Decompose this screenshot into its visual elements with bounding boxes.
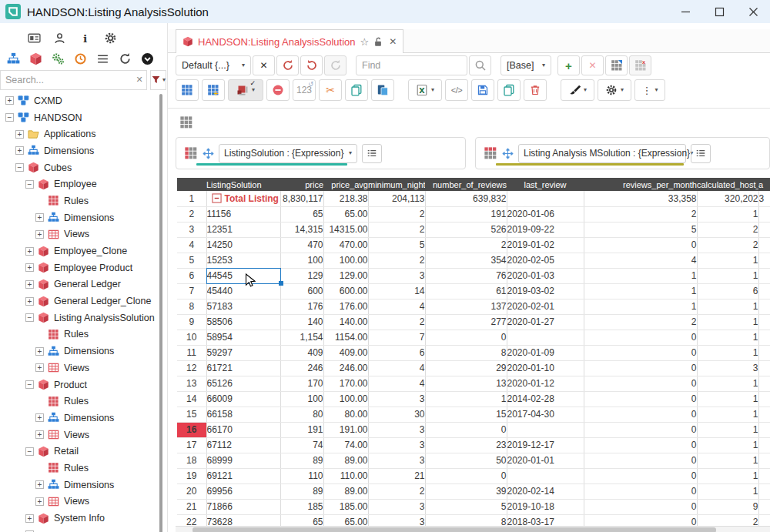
data-cell[interactable]: 65: [280, 514, 323, 526]
data-cell[interactable]: 8,830,117: [280, 191, 323, 206]
member-cell[interactable]: 58954: [206, 330, 280, 345]
data-cell[interactable]: [758, 514, 770, 526]
data-cell[interactable]: [758, 237, 770, 253]
data-cell[interactable]: [758, 222, 770, 237]
rebuild-button[interactable]: +: [202, 79, 225, 101]
data-cell[interactable]: 1: [697, 314, 758, 330]
data-cell[interactable]: 21: [368, 468, 425, 483]
row-number-cell[interactable]: 12: [177, 360, 206, 376]
tree-expander[interactable]: −: [25, 180, 34, 189]
data-cell[interactable]: 65.00: [323, 206, 368, 222]
data-cell[interactable]: 1: [697, 468, 758, 483]
find-button[interactable]: [469, 55, 491, 75]
row-number-cell[interactable]: 13: [177, 376, 206, 391]
tree-item[interactable]: +Dimensions: [0, 410, 158, 427]
data-cell[interactable]: 50: [425, 453, 507, 468]
data-cell[interactable]: 191: [425, 206, 507, 222]
member-cell[interactable]: 61721: [206, 360, 280, 376]
data-cell[interactable]: 1: [697, 407, 758, 422]
data-cell[interactable]: 176.00: [323, 299, 368, 314]
data-cell[interactable]: [758, 314, 770, 330]
row-number-cell[interactable]: 11: [177, 345, 206, 360]
data-cell[interactable]: 0: [425, 422, 507, 437]
clear-view-button[interactable]: ✕: [253, 55, 275, 75]
data-cell[interactable]: 6: [368, 345, 425, 360]
data-cell[interactable]: 129.00: [323, 268, 368, 283]
save-as-button[interactable]: [497, 79, 521, 101]
data-cell[interactable]: 39: [425, 483, 507, 499]
data-cell[interactable]: 2: [697, 514, 758, 526]
member-cell[interactable]: 73628: [206, 514, 280, 526]
recalculate-button[interactable]: [176, 79, 199, 101]
member-cell[interactable]: 69121: [206, 468, 280, 483]
data-cell[interactable]: 89: [280, 453, 323, 468]
data-cell[interactable]: 3: [368, 514, 425, 526]
data-cell[interactable]: 191: [280, 422, 323, 437]
discard-sandbox-button[interactable]: x: [629, 55, 651, 75]
data-cell[interactable]: 76: [425, 268, 507, 283]
data-cell[interactable]: [758, 407, 770, 422]
column-header-price_avg[interactable]: price_avg: [323, 178, 368, 191]
data-cell[interactable]: [758, 299, 770, 314]
data-cell[interactable]: 1: [697, 268, 758, 283]
data-cell[interactable]: 2018-03-17: [507, 514, 584, 526]
data-cell[interactable]: 89.00: [323, 453, 368, 468]
tree-expander[interactable]: +: [35, 213, 44, 222]
row-number-cell[interactable]: 3: [177, 222, 206, 237]
tree-item[interactable]: Rules: [0, 192, 158, 209]
data-cell[interactable]: 4: [368, 376, 425, 391]
data-cell[interactable]: 2019-09-22: [507, 222, 584, 237]
member-cell[interactable]: 59297: [206, 345, 280, 360]
data-cell[interactable]: 1: [425, 391, 507, 407]
tree-item[interactable]: −Listing AnalysisSolution: [0, 309, 158, 326]
info-button[interactable]: i: [77, 30, 92, 45]
tree-item[interactable]: Rules: [0, 326, 158, 343]
tree-item[interactable]: +Dimensions: [0, 142, 158, 159]
data-cell[interactable]: 80.00: [323, 407, 368, 422]
data-cell[interactable]: 2: [425, 237, 507, 253]
data-cell[interactable]: 5: [584, 222, 697, 237]
data-cell[interactable]: 2: [584, 206, 697, 222]
data-cell[interactable]: 140.00: [323, 314, 368, 330]
move-handle-icon[interactable]: [203, 148, 214, 159]
row-number-cell[interactable]: 21: [177, 499, 206, 514]
data-cell[interactable]: 0: [425, 468, 507, 483]
data-cell[interactable]: 218.38: [323, 191, 368, 206]
data-cell[interactable]: 1: [697, 253, 758, 268]
tree-expander[interactable]: +: [25, 297, 34, 306]
tree-item[interactable]: Rules: [0, 393, 158, 410]
data-cell[interactable]: 170.00: [323, 376, 368, 391]
tab-close-icon[interactable]: ✕: [389, 36, 397, 47]
row-number-cell[interactable]: 9: [177, 314, 206, 330]
data-cell[interactable]: 246: [280, 360, 323, 376]
data-cell[interactable]: 409.00: [323, 345, 368, 360]
tree-expander[interactable]: +: [25, 280, 34, 289]
data-cell[interactable]: 14,315: [280, 222, 323, 237]
row-number-cell[interactable]: 18: [177, 453, 206, 468]
tree-expander[interactable]: +: [5, 96, 14, 105]
tree-item[interactable]: −Cubes: [0, 159, 158, 176]
row-number-cell[interactable]: 19: [177, 468, 206, 483]
row-number-cell[interactable]: 17: [177, 437, 206, 453]
data-cell[interactable]: 2020-01-12: [507, 376, 584, 391]
settings-button[interactable]: ▾: [598, 79, 631, 101]
data-cell[interactable]: 8: [425, 345, 507, 360]
data-cell[interactable]: 1: [697, 330, 758, 345]
data-cell[interactable]: 65: [280, 206, 323, 222]
tree-expander[interactable]: +: [15, 146, 24, 155]
data-cell[interactable]: [758, 268, 770, 283]
column-header-a[interactable]: a: [758, 178, 770, 191]
data-cell[interactable]: 100: [280, 253, 323, 268]
tree-item[interactable]: +: [0, 527, 158, 532]
data-cell[interactable]: 2020-01-06: [507, 206, 584, 222]
data-cell[interactable]: 2: [368, 314, 425, 330]
more-options-button[interactable]: ⋮▾: [634, 79, 665, 101]
tree-expander[interactable]: +: [35, 430, 44, 439]
data-cell[interactable]: 110: [280, 468, 323, 483]
tree-expander[interactable]: −: [5, 113, 14, 122]
data-cell[interactable]: 5: [425, 499, 507, 514]
tab-listing-analysis[interactable]: HANDSON:Listing AnalysisSolution ☆ ✕: [176, 29, 403, 53]
data-cell[interactable]: 100: [280, 391, 323, 407]
rows-dimension-select[interactable]: ListingSolution : {Expression}▾: [219, 144, 357, 163]
row-number-cell[interactable]: 5: [177, 253, 206, 268]
